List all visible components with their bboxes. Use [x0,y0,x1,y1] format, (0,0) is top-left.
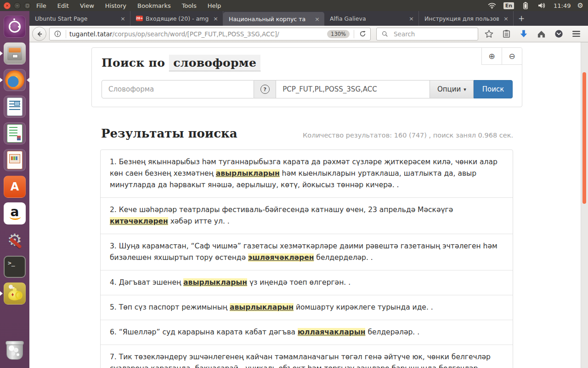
back-button[interactable] [32,27,46,41]
minimize-window-button[interactable]: – [14,2,21,9]
close-tab-icon[interactable]: × [119,15,126,22]
maximize-window-button[interactable]: ◻ [24,2,31,9]
result-item: 5. Төп сүз паспорт режимының авырлыклары… [101,295,513,320]
search-panel: ⊕ ⊖ Поиск по словоформе ? Опции ▾ [91,47,522,107]
downloads-icon[interactable] [519,29,529,39]
impress-icon [7,151,23,169]
launcher-item-terminal[interactable]: >_ [4,256,26,278]
launcher-item-teapot-app[interactable] [4,282,26,305]
url-text[interactable]: tugantel.tatar/corpus/op/search/word/[PC… [69,30,326,38]
keyboard-layout-indicator[interactable]: En [503,2,514,9]
menu-view[interactable]: View [80,2,94,9]
software-center-icon: A [11,180,19,193]
menu-bookmarks[interactable]: Bookmarks [137,2,171,9]
amazon-smile-icon [10,214,21,220]
zoom-level-badge[interactable]: 130% [327,30,350,38]
launcher-item-libreoffice-writer[interactable] [4,96,26,118]
wordform-field-wrap [102,80,254,98]
home-icon[interactable] [536,29,546,39]
hamburger-menu-icon[interactable] [571,29,581,39]
help-icon: ? [260,85,270,94]
launcher-item-files[interactable] [4,42,26,64]
match-highlight: юллаячакларын [298,328,365,336]
results-header: Результаты поиска Количество результатов… [101,126,513,140]
tab-gmail-inbox[interactable]: 20+ Входящие (20) - amga × [130,11,223,26]
bookmarks-library-icon[interactable] [501,29,511,39]
site-info-icon[interactable] [52,29,62,39]
tab-ubuntu-start-page[interactable]: Ubuntu Start Page × [29,11,130,26]
launcher-item-ubuntu-software[interactable]: A [4,176,26,198]
menu-edit[interactable]: Edit [57,2,69,9]
tab-label: Инструкция для пользов [424,15,499,22]
session-gear-icon[interactable]: ⚙ [577,2,583,9]
launcher-item-ubuntu-dash[interactable] [4,16,26,38]
divider [354,30,354,38]
options-button[interactable]: Опции ▾ [430,80,474,98]
reload-icon[interactable] [357,29,368,39]
firefox-icon [5,70,24,90]
pocket-icon[interactable] [554,29,564,39]
status-area: En 11:49 ⚙ [487,0,588,11]
query-field-wrap [276,80,430,98]
search-mode-selector[interactable]: словоформе [169,55,260,71]
url-path: /corpus/op/search/word/[PCP_FUT,PL,POSS_… [113,30,279,38]
zoom-in-button[interactable]: ⊕ [481,48,502,65]
result-text: 7. Тик төзекләндерү эшчәнлегенең кайчан … [110,353,491,368]
close-tab-icon[interactable]: × [314,16,321,23]
result-text: үз иңендә тоеп өлгергән. . [247,278,351,287]
menu-file[interactable]: File [36,2,46,9]
close-tab-icon[interactable]: × [212,15,219,22]
zoom-out-button[interactable]: ⊖ [502,48,522,65]
launcher-item-system-settings[interactable]: ⚙ [4,229,26,251]
divider [66,30,66,38]
url-bar[interactable]: tugantel.tatar/corpus/op/search/word/[PC… [49,28,371,40]
browser-search-input[interactable] [393,30,475,38]
scrollbar-thumb[interactable] [582,72,586,204]
tab-user-instructions[interactable]: Инструкция для пользов × [419,11,514,26]
results-stats: Количество результатов: 160 (747) , поис… [303,132,513,139]
url-host: tugantel.tatar [69,30,113,38]
teapot-icon [9,285,13,289]
close-tab-icon[interactable]: × [408,15,415,22]
grammar-query-input[interactable] [282,85,424,94]
launcher-item-libreoffice-calc[interactable] [4,122,26,144]
options-label: Опции [437,85,461,93]
browser-search-bar[interactable] [376,28,478,40]
menu-help[interactable]: Help [208,2,221,9]
new-tab-button[interactable]: + [514,11,529,26]
wordform-input[interactable] [107,85,248,94]
launcher-item-amazon[interactable]: a [4,202,26,224]
top-panel: × – ◻ File Edit View History Bookmarks T… [0,0,588,11]
launcher-item-firefox[interactable] [4,69,26,91]
launcher-item-libreoffice-impress[interactable] [4,149,26,171]
running-indicator [0,78,3,82]
match-highlight: авырлыкларын [230,303,294,311]
page-scrollbar[interactable] [581,42,588,368]
battery-icon[interactable] [520,0,531,11]
match-highlight: авырлыкларын [183,278,247,287]
bookmark-star-icon[interactable] [484,29,494,39]
result-text: 4. Дәгъват эшенең [110,278,183,287]
ubuntu-logo-icon [9,21,21,33]
close-tab-icon[interactable]: × [503,15,509,22]
search-submit-button[interactable]: Поиск [474,80,513,98]
volume-icon[interactable] [537,0,547,11]
clock[interactable]: 11:49 [554,2,571,9]
terminal-icon: >_ [8,259,15,266]
window-controls: × – ◻ [4,2,31,9]
launcher-item-trash[interactable] [4,339,26,362]
wifi-icon[interactable] [487,0,497,11]
results-heading: Результаты поиска [101,126,237,140]
help-button[interactable]: ? [254,80,276,98]
font-zoom-controls: ⊕ ⊖ [481,48,522,65]
menu-history[interactable]: History [105,2,126,9]
result-item: 7. Тик төзекләндерү эшчәнлегенең кайчан … [101,345,513,368]
file-cabinet-icon [7,46,22,60]
tab-alfia-galieva[interactable]: Alfia Galieva × [324,11,419,26]
menu-tools[interactable]: Tools [182,2,197,9]
match-highlight: авырлыкларын [216,169,280,178]
close-window-button[interactable]: × [4,2,11,9]
match-highlight: китәчәкләрен [110,217,168,225]
toolbar-icons [484,29,581,39]
tab-national-corpus-active[interactable]: Национальный корпус та × [223,12,324,26]
